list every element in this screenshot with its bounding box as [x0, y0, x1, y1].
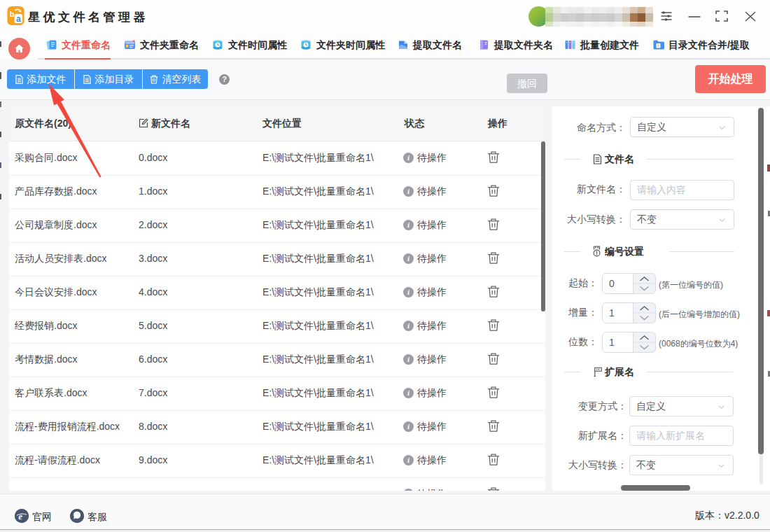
svg-text:e: e — [18, 511, 22, 522]
svg-text:a: a — [16, 14, 21, 24]
svg-text:b: b — [10, 10, 15, 18]
